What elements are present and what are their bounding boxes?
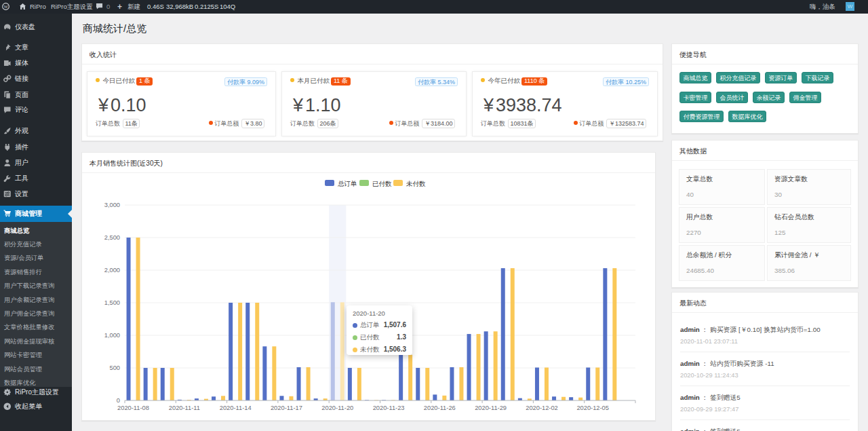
svg-text:2020-12-02: 2020-12-02 xyxy=(526,405,558,411)
svg-text:2020-11-23: 2020-11-23 xyxy=(373,405,405,411)
svg-text:W: W xyxy=(3,4,8,9)
svg-text:3,000: 3,000 xyxy=(104,202,120,208)
svg-text:2020-11-20: 2020-11-20 xyxy=(321,405,353,411)
svg-text:已付数: 已付数 xyxy=(372,180,392,187)
svg-text:未付数: 未付数 xyxy=(406,180,426,187)
svg-text:2020-12-05: 2020-12-05 xyxy=(576,405,609,411)
svg-text:2020-11-14: 2020-11-14 xyxy=(220,405,252,411)
svg-text:0: 0 xyxy=(117,397,120,404)
svg-text:2020-11-29: 2020-11-29 xyxy=(475,405,507,411)
svg-text:2,500: 2,500 xyxy=(104,234,120,241)
svg-text:1,000: 1,000 xyxy=(104,332,120,339)
svg-text:2,000: 2,000 xyxy=(104,267,120,274)
svg-text:2020-11-08: 2020-11-08 xyxy=(117,405,149,411)
svg-text:2020-11-17: 2020-11-17 xyxy=(271,405,302,411)
svg-text:500: 500 xyxy=(109,364,120,371)
svg-text:总订单: 总订单 xyxy=(338,180,357,187)
svg-text:2020-11-26: 2020-11-26 xyxy=(424,405,456,411)
svg-text:2020-11-11: 2020-11-11 xyxy=(169,405,200,411)
svg-text:1,500: 1,500 xyxy=(104,299,120,306)
